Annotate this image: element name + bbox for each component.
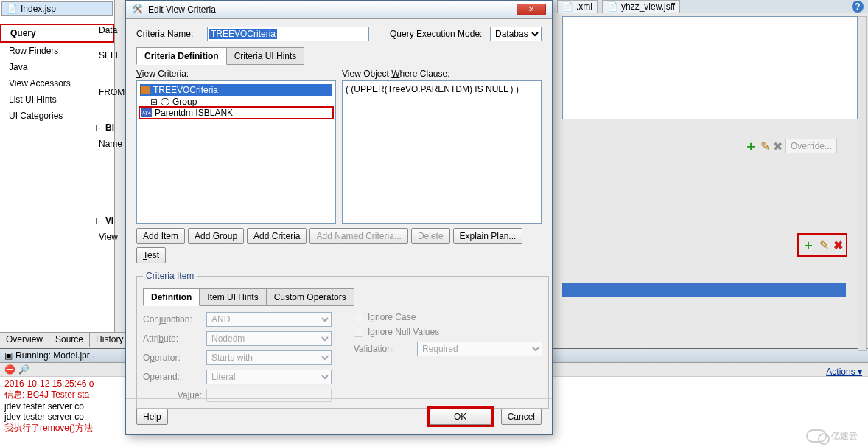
help-button[interactable]: Help xyxy=(136,409,168,425)
file-tab-jsff[interactable]: 📄yhzz_view.jsff xyxy=(602,0,680,13)
dialog-footer: Help OK Cancel xyxy=(126,398,552,434)
chk-label: Ignore Null Values xyxy=(368,327,439,337)
toolbar-bind: ＋ ✎ ✖ Override... xyxy=(744,137,837,155)
right-text-area[interactable] xyxy=(562,16,858,119)
cancel-button[interactable]: Cancel xyxy=(501,409,542,425)
ok-button[interactable]: OK xyxy=(430,409,491,425)
app-icon: 🛠️ xyxy=(132,4,144,15)
expand-icon[interactable]: ⊟ xyxy=(150,97,158,107)
add-item-button[interactable]: Add Item xyxy=(136,228,185,244)
criteria-name-value: TREEVOCriteria xyxy=(209,29,277,39)
delete-icon[interactable]: ✖ xyxy=(773,139,783,153)
bg-vi: Vi xyxy=(105,215,113,226)
tab-overview[interactable]: Overview xyxy=(0,333,49,347)
delete-icon[interactable]: ✖ xyxy=(833,238,843,252)
where-clause-box: ( (UPPER(TreeVO.PARENTDM) IS NULL ) ) xyxy=(342,80,542,224)
operator-label: Operator: xyxy=(143,353,202,363)
file-tab-index[interactable]: 📄 Index.jsp xyxy=(1,1,113,16)
tab-label: History xyxy=(96,334,123,344)
nav-label: UI Categories xyxy=(9,111,63,121)
tree-item-parentdm[interactable]: xyzParentdm ISBLANK xyxy=(139,106,334,119)
exec-mode-select[interactable]: Database xyxy=(490,27,542,41)
where-clause-label: View Object Where Clause: xyxy=(342,69,542,79)
help-icon[interactable]: ? xyxy=(852,1,864,13)
actions-dropdown[interactable]: Actions ▾ xyxy=(826,367,862,377)
tab-label: yhzz_view.jsff xyxy=(621,1,675,12)
file-icon: 📄 xyxy=(7,4,18,14)
add-icon[interactable]: ＋ xyxy=(744,137,757,155)
bg-view: View xyxy=(96,229,125,245)
where-text: ( (UPPER(TreeVO.PARENTDM) IS NULL ) ) xyxy=(346,84,519,94)
binoculars-icon[interactable]: 🔎 xyxy=(18,364,29,375)
exec-mode-label: Query Execution Mode: xyxy=(390,29,486,39)
tab-custom-operators[interactable]: Custom Operators xyxy=(266,288,354,306)
bg-bi: Bi xyxy=(105,122,114,133)
criteria-icon xyxy=(140,86,150,94)
tab-history[interactable]: History xyxy=(90,333,130,347)
test-button[interactable]: Test xyxy=(136,247,166,263)
tab-label: Overview xyxy=(6,334,43,344)
bg-sele: SELE xyxy=(96,47,125,63)
actions-label: Actions xyxy=(826,367,855,377)
nav-label: Row Finders xyxy=(9,46,58,56)
ignore-null-input xyxy=(354,328,363,337)
chk-label: Ignore Case xyxy=(368,312,416,322)
collapse-icon[interactable]: - xyxy=(96,125,102,131)
nav-label: Query xyxy=(10,28,36,38)
bg-name: Name xyxy=(96,136,125,152)
tab-criteria-ui-hints[interactable]: Criteria UI Hints xyxy=(226,47,305,65)
tree-label: TREEVOCriteria xyxy=(153,85,218,95)
override-button[interactable]: Override... xyxy=(785,139,837,153)
file-icon: 📄 xyxy=(562,1,573,12)
selected-row-band[interactable] xyxy=(562,283,846,297)
criteria-item-legend: Criteria Item xyxy=(143,271,197,281)
dialog-title: Edit View Criteria xyxy=(148,4,216,15)
tab-source[interactable]: Source xyxy=(49,333,90,347)
nav-label: List UI Hints xyxy=(9,94,57,105)
dialog-titlebar[interactable]: 🛠️ Edit View Criteria ✕ xyxy=(126,1,552,19)
operator-select: Starts with xyxy=(206,350,332,365)
tree-label: Group xyxy=(172,97,197,107)
close-icon[interactable]: ✕ xyxy=(517,4,546,15)
btn-label: OK xyxy=(454,412,466,422)
tab-item-ui-hints[interactable]: Item UI Hints xyxy=(199,288,266,306)
view-criteria-label: View Criteria: xyxy=(136,69,336,79)
collapse-icon[interactable]: - xyxy=(96,218,102,224)
run-icon: ▣ xyxy=(4,350,13,361)
tab-criteria-definition[interactable]: Criteria Definition xyxy=(136,47,227,65)
ignore-case-input xyxy=(354,313,363,322)
criteria-name-label: Criteria Name: xyxy=(136,29,203,39)
editor-tabs: Overview Source History xyxy=(0,332,130,347)
group-icon xyxy=(161,98,169,105)
conjunction-select: AND xyxy=(206,312,332,327)
background-editor: Data SELE FROM -Bi Name -Vi View xyxy=(96,22,125,254)
add-criteria-button[interactable]: Add Criteria xyxy=(247,228,307,244)
nav-label: View Accessors xyxy=(9,78,71,89)
edit-view-criteria-dialog: 🛠️ Edit View Criteria ✕ Criteria Name: T… xyxy=(125,0,553,435)
nav-label: Java xyxy=(9,62,27,72)
criteria-item-group: Criteria Item Definition Item UI Hints C… xyxy=(136,271,549,409)
attribute-select: Nodedm xyxy=(206,331,332,346)
add-group-button[interactable]: Add Group xyxy=(188,228,244,244)
stop-icon[interactable]: ⛔ xyxy=(4,364,15,375)
tab-label: Definition xyxy=(151,292,192,302)
tab-label: Source xyxy=(55,334,83,344)
explain-plan-button[interactable]: Explain Plan... xyxy=(453,228,523,244)
tab-label: .xml xyxy=(576,1,592,12)
edit-icon[interactable]: ✎ xyxy=(760,139,770,153)
tab-definition[interactable]: Definition xyxy=(143,288,200,306)
btn-label: Help xyxy=(143,412,161,422)
add-icon[interactable]: ＋ xyxy=(802,236,815,254)
toolbar-criteria: ＋ ✎ ✖ xyxy=(797,233,847,257)
file-tab-label: Index.jsp xyxy=(21,4,56,14)
scrollbar[interactable] xyxy=(858,16,867,351)
tab-label: Criteria UI Hints xyxy=(234,51,297,61)
criteria-tree[interactable]: TREEVOCriteria ⊟Group xyzParentdm ISBLAN… xyxy=(136,80,336,224)
tree-root[interactable]: TREEVOCriteria xyxy=(140,84,332,96)
column-icon: xyz xyxy=(141,108,152,117)
tab-label: Item UI Hints xyxy=(207,292,258,302)
edit-icon[interactable]: ✎ xyxy=(819,238,829,252)
override-label: Override... xyxy=(791,141,832,151)
file-tab-xml[interactable]: 📄.xml xyxy=(557,0,598,13)
add-named-criteria-button: Add Named Criteria... xyxy=(309,228,407,244)
